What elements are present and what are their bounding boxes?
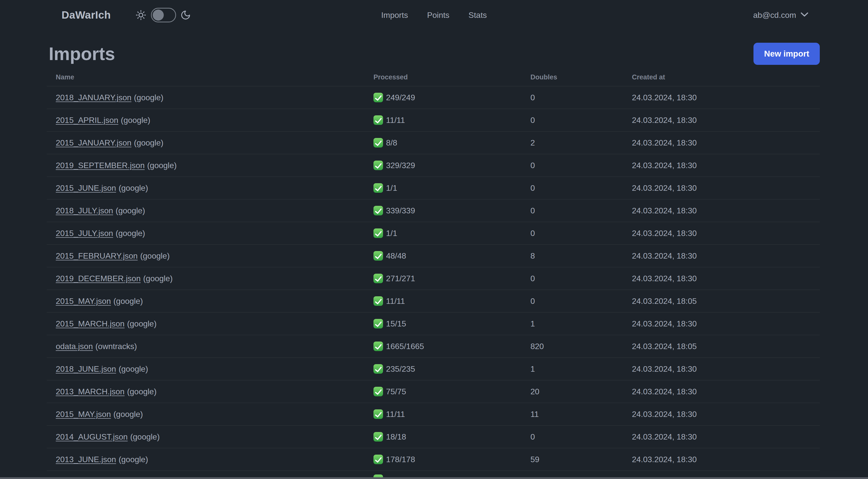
processed-count: 11/11 (386, 410, 405, 419)
table-row: 2018_JUNE.json(google) 235/235 1 24.03.2… (47, 357, 820, 380)
check-icon (373, 183, 383, 193)
import-file-link[interactable]: 2019_DECEMBER.json (56, 274, 141, 283)
check-icon (373, 455, 383, 464)
processed-cell: 1/1 (365, 229, 521, 238)
check-icon (373, 274, 383, 283)
table-row: 2018_JULY.json(google) 339/339 0 24.03.2… (47, 199, 820, 222)
created-at: 24.03.2024, 18:30 (623, 364, 820, 374)
table-row: 2015_JULY.json(google) 1/1 0 24.03.2024,… (47, 222, 820, 244)
check-icon (373, 93, 383, 102)
import-source: (google) (127, 319, 156, 328)
import-file-link[interactable]: 2019_SEPTEMBER.json (56, 161, 145, 170)
table-row: 2018_JANUARY.json(google) 249/249 0 24.0… (47, 86, 820, 109)
created-at: 24.03.2024, 18:30 (623, 274, 820, 283)
import-source: (google) (121, 116, 150, 125)
table-row: 2019_DECEMBER.json(google) 271/271 0 24.… (47, 267, 820, 290)
import-source: (owntracks) (95, 342, 137, 351)
processed-count: 271/271 (386, 274, 415, 283)
created-at: 24.03.2024, 18:30 (623, 229, 820, 238)
import-file-link[interactable]: 2018_JUNE.json (56, 364, 116, 373)
processed-cell: 1/1 (365, 183, 521, 193)
import-source: (google) (119, 455, 148, 464)
doubles-count: 0 (521, 116, 623, 125)
table-header: Name Processed Doubles Created at (47, 68, 820, 86)
import-source: (google) (113, 410, 143, 419)
processed-count: 178/178 (386, 455, 415, 464)
processed-count: 15/15 (386, 319, 406, 328)
import-source: (google) (119, 183, 148, 192)
name-cell: 2015_MAY.json(google) (47, 297, 365, 306)
import-file-link[interactable]: 2013_MARCH.json (56, 387, 125, 396)
table-row: 2015_JUNE.json(google) 1/1 0 24.03.2024,… (47, 176, 820, 199)
processed-cell: 178/178 (365, 455, 521, 464)
created-at: 24.03.2024, 18:30 (623, 116, 820, 125)
import-file-link[interactable]: 2015_MAY.json (56, 410, 111, 419)
name-cell: 2013_JUNE.json(google) (47, 455, 365, 464)
import-source: (google) (116, 229, 145, 238)
import-file-link[interactable]: odata.json (56, 342, 93, 351)
table-row: 2015_MAY.json(google) 11/11 0 24.03.2024… (47, 290, 820, 312)
import-file-link[interactable]: 2015_APRIL.json (56, 116, 118, 125)
doubles-count: 59 (521, 455, 623, 464)
created-at: 24.03.2024, 18:30 (623, 138, 820, 148)
check-icon (373, 364, 383, 374)
table-row: 2015_MARCH.json(google) 15/15 1 24.03.20… (47, 312, 820, 335)
name-cell: 2018_JULY.json(google) (47, 206, 365, 215)
import-source: (google) (119, 364, 148, 373)
import-file-link[interactable]: 2018_JULY.json (56, 206, 113, 215)
doubles-count: 0 (521, 183, 623, 193)
name-cell: 2015_JULY.json(google) (47, 229, 365, 238)
created-at: 24.03.2024, 18:30 (623, 387, 820, 396)
check-icon (373, 432, 383, 442)
table-row: 2015_MAY.json(google) 11/11 11 24.03.202… (47, 402, 820, 425)
new-import-button[interactable]: New import (753, 43, 820, 65)
created-at: 24.03.2024, 18:30 (623, 319, 820, 328)
table-row: 2019_SEPTEMBER.json(google) 329/329 0 24… (47, 154, 820, 176)
import-file-link[interactable]: 2015_FEBRUARY.json (56, 251, 137, 260)
check-icon (373, 160, 383, 170)
created-at: 24.03.2024, 18:05 (623, 342, 820, 351)
processed-count: 1665/1665 (386, 342, 424, 351)
processed-cell: 75/75 (365, 387, 521, 396)
processed-count: 339/339 (386, 206, 415, 215)
check-icon (373, 409, 383, 419)
column-header-doubles: Doubles (521, 73, 623, 81)
check-icon (373, 319, 383, 328)
table-row: 2013_JUNE.json(google) 178/178 59 24.03.… (47, 448, 820, 471)
import-source: (google) (147, 161, 177, 170)
name-cell: 2019_DECEMBER.json(google) (47, 274, 365, 283)
table-row: 2014_AUGUST.json(google) 18/18 0 24.03.2… (47, 425, 820, 448)
name-cell: 2015_FEBRUARY.json(google) (47, 251, 365, 261)
check-icon (373, 138, 383, 148)
column-header-name: Name (47, 73, 365, 81)
import-file-link[interactable]: 2015_JANUARY.json (56, 138, 131, 147)
processed-cell: 8/8 (365, 138, 521, 148)
import-file-link[interactable]: 2013_JUNE.json (56, 455, 116, 464)
processed-count: 1/1 (386, 183, 397, 193)
table-row: 2013_MARCH.json(google) 75/75 20 24.03.2… (47, 380, 820, 402)
import-file-link[interactable]: 2014_AUGUST.json (56, 432, 128, 441)
table-row: 2015_FEBRUARY.json(google) 48/48 8 24.03… (47, 244, 820, 267)
name-cell: 2015_APRIL.json(google) (47, 116, 365, 125)
processed-count: 1/1 (386, 229, 397, 238)
import-source: (google) (143, 274, 173, 283)
doubles-count: 8 (521, 251, 623, 261)
doubles-count: 0 (521, 93, 623, 102)
import-file-link[interactable]: 2015_JULY.json (56, 229, 113, 238)
processed-cell: 11/11 (365, 115, 521, 125)
created-at: 24.03.2024, 18:30 (623, 183, 820, 193)
column-header-created-at: Created at (623, 73, 820, 81)
table-row: odata.json(owntracks) 1665/1665 820 24.0… (47, 335, 820, 357)
table-row: 2015_JANUARY.json(google) 8/8 2 24.03.20… (47, 131, 820, 154)
processed-count: 11/11 (386, 297, 405, 306)
import-file-link[interactable]: 2015_JUNE.json (56, 183, 116, 192)
import-file-link[interactable]: 2015_MARCH.json (56, 319, 125, 328)
name-cell: odata.json(owntracks) (47, 342, 365, 351)
check-icon (373, 341, 383, 351)
import-file-link[interactable]: 2015_MAY.json (56, 297, 111, 306)
horizontal-scrollbar[interactable] (0, 477, 868, 479)
name-cell: 2015_JANUARY.json(google) (47, 138, 365, 148)
doubles-count: 1 (521, 364, 623, 374)
import-file-link[interactable]: 2018_JANUARY.json (56, 93, 131, 102)
check-icon (373, 387, 383, 396)
